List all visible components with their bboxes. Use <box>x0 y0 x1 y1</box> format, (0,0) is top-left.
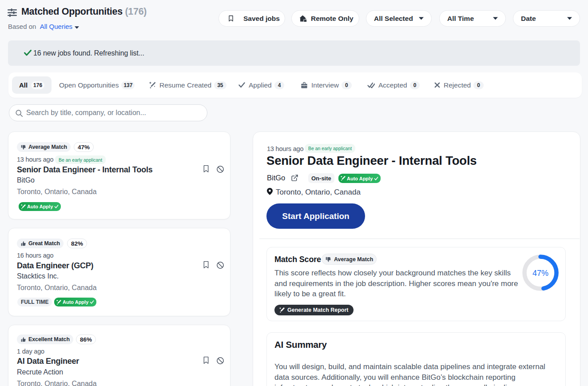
svg-text:47%: 47% <box>532 269 548 278</box>
